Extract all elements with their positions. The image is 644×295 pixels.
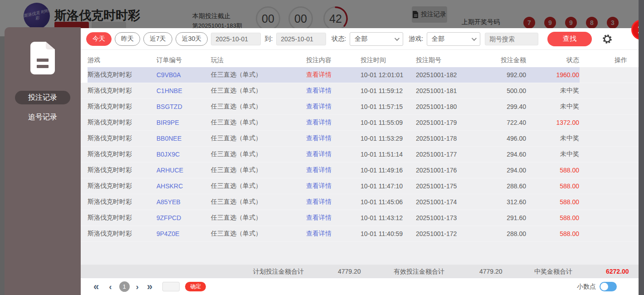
search-button[interactable]: 查找 [547, 32, 592, 46]
view-details-link[interactable]: 查看详情 [306, 230, 361, 238]
chevron-down-icon [472, 35, 477, 40]
range-30days-button[interactable]: 近30天 [176, 32, 208, 46]
view-details-link[interactable]: 查看详情 [306, 214, 361, 222]
table-header: 游戏 订单编号 玩法 投注内容 投注时间 投注期号 投注金额 状态 操作 [81, 54, 639, 67]
status-value: 未中奖 [526, 150, 579, 158]
table-body: 斯洛伐克时时彩 C9VB0A 任三直选（单式） 查看详情 10-01 12:01… [81, 67, 639, 265]
view-details-link[interactable]: 查看详情 [306, 71, 361, 79]
status-value: 588.00 [526, 214, 579, 221]
table-row: 斯洛伐克时时彩 9P4Z0E 任三直选（单式） 查看详情 10-01 11:40… [81, 226, 639, 242]
decimal-toggle-label: 小数点 [577, 283, 596, 291]
status-select[interactable]: 全部 [350, 32, 403, 46]
table-row: 斯洛伐克时时彩 B0JX9C 任三直选（单式） 查看详情 10-01 11:51… [81, 147, 639, 162]
status-value: 未中奖 [526, 87, 579, 95]
order-code-link[interactable]: 9ZFPCD [156, 214, 211, 221]
view-details-link[interactable]: 查看详情 [306, 134, 361, 143]
page-scrollbar[interactable] [639, 0, 644, 295]
col-operation: 操作 [579, 56, 639, 64]
order-code-link[interactable]: BSGTZD [156, 103, 211, 110]
last-page-button[interactable]: » [147, 282, 152, 291]
to-label: 到: [264, 35, 273, 43]
col-game: 游戏 [88, 56, 156, 64]
summary-bar: 计划投注金额合计 4779.20 有效投注金额合计 4779.20 中奖金额合计… [81, 265, 639, 278]
table-row: 斯洛伐克时时彩 C9VB0A 任三直选（单式） 查看详情 10-01 12:01… [81, 67, 639, 83]
settings-gear-icon[interactable] [602, 34, 613, 44]
chevron-down-icon [395, 35, 400, 40]
prev-page-button[interactable]: ‹ [109, 282, 112, 291]
sidebar-item-bet-records[interactable]: 投注记录 [15, 91, 70, 104]
col-play: 玩法 [211, 56, 306, 64]
status-value: 1372.00 [526, 119, 579, 126]
order-code-link[interactable]: BB0NEE [156, 135, 211, 142]
win-total-value: 6272.00 [606, 268, 629, 275]
next-page-button[interactable]: › [136, 282, 139, 291]
view-details-link[interactable]: 查看详情 [306, 103, 361, 111]
order-code-link[interactable]: ARHUCE [156, 167, 211, 174]
modal-sidebar: 投注记录 追号记录 [5, 27, 81, 295]
game-label: 游戏: [409, 35, 423, 43]
col-order: 订单编号 [156, 56, 211, 64]
current-page-badge[interactable]: 1 [119, 281, 130, 292]
status-value: 588.00 [526, 167, 579, 174]
view-details-link[interactable]: 查看详情 [306, 118, 361, 127]
game-select[interactable]: 全部 [427, 32, 480, 46]
period-search-input[interactable] [485, 33, 538, 45]
status-value: 588.00 [526, 182, 579, 190]
order-code-link[interactable]: B0JX9C [156, 151, 211, 158]
sidebar-item-chase-records[interactable]: 追号记录 [28, 113, 57, 122]
first-page-button[interactable]: « [93, 282, 99, 291]
toggle-knob [600, 283, 608, 290]
valid-total-value: 4779.20 [479, 268, 503, 275]
page-confirm-button[interactable]: 确定 [185, 282, 206, 291]
status-value: 588.00 [526, 230, 579, 237]
status-value: 未中奖 [526, 134, 579, 143]
table-row: 斯洛伐克时时彩 BSGTZD 任三直选（单式） 查看详情 10-01 11:57… [81, 99, 639, 115]
date-from-input[interactable]: 2025-10-01 [211, 33, 261, 45]
col-time: 投注时间 [361, 56, 416, 64]
decimal-toggle[interactable] [600, 282, 617, 291]
valid-total-label: 有效投注金额合计 [394, 268, 444, 276]
table-row: 斯洛伐克时时彩 AHSKRC 任三直选（单式） 查看详情 10-01 11:47… [81, 178, 639, 194]
view-details-link[interactable]: 查看详情 [306, 182, 361, 190]
order-code-link[interactable]: C1HNBE [156, 87, 211, 94]
range-yesterday-button[interactable]: 昨天 [115, 32, 140, 46]
order-code-link[interactable]: 9P4Z0E [156, 230, 211, 237]
table-row: 斯洛伐克时时彩 9ZFPCD 任三直选（单式） 查看详情 10-01 11:43… [81, 210, 639, 226]
view-details-link[interactable]: 查看详情 [306, 166, 361, 174]
pagination-bar: « ‹ 1 › » 确定 小数点 [81, 278, 639, 295]
col-content: 投注内容 [306, 56, 361, 64]
table-row: 斯洛伐克时时彩 BIR9PE 任三直选（单式） 查看详情 10-01 11:55… [81, 115, 639, 131]
page-jump-input[interactable] [162, 282, 180, 291]
col-amount: 投注金额 [475, 56, 526, 64]
range-7days-button[interactable]: 近7天 [143, 32, 172, 46]
planned-total-value: 4779.20 [338, 268, 361, 275]
order-code-link[interactable]: AHSKRC [156, 182, 211, 190]
date-to-input[interactable]: 2025-10-01 [276, 33, 326, 45]
planned-total-label: 计划投注金额合计 [253, 268, 304, 276]
view-details-link[interactable]: 查看详情 [306, 150, 361, 158]
order-code-link[interactable]: A85YEB [156, 198, 211, 206]
table-row: 斯洛伐克时时彩 BB0NEE 任三直选（单式） 查看详情 10-01 11:53… [81, 131, 639, 147]
table-row: 斯洛伐克时时彩 A85YEB 任三直选（单式） 查看详情 10-01 11:45… [81, 194, 639, 210]
col-period: 投注期号 [416, 56, 475, 64]
view-details-link[interactable]: 查看详情 [306, 198, 361, 206]
filter-bar: 今天 昨天 近7天 近30天 2025-10-01 到: 2025-10-01 … [81, 28, 639, 50]
table-row: 斯洛伐克时时彩 C1HNBE 任三直选（单式） 查看详情 10-01 11:59… [81, 83, 639, 99]
order-code-link[interactable]: BIR9PE [156, 119, 211, 126]
screen: 斯洛伐克 时时彩 斯洛伐克时时彩 本期投注截止 第20251001-183期 0… [0, 0, 644, 295]
status-label: 状态: [332, 35, 346, 43]
col-status: 状态 [526, 56, 579, 64]
status-value: 1960.00 [526, 71, 579, 79]
status-value: 未中奖 [526, 103, 579, 111]
win-total-label: 中奖金额合计 [534, 268, 572, 276]
status-value: 588.00 [526, 198, 579, 206]
order-code-link[interactable]: C9VB0A [156, 71, 211, 79]
bet-records-modal: 今天 昨天 近7天 近30天 2025-10-01 到: 2025-10-01 … [81, 28, 639, 295]
view-details-link[interactable]: 查看详情 [306, 87, 361, 95]
records-file-icon [30, 42, 55, 74]
range-today-button[interactable]: 今天 [86, 32, 112, 46]
table-row: 斯洛伐克时时彩 ARHUCE 任三直选（单式） 查看详情 10-01 11:49… [81, 162, 639, 178]
